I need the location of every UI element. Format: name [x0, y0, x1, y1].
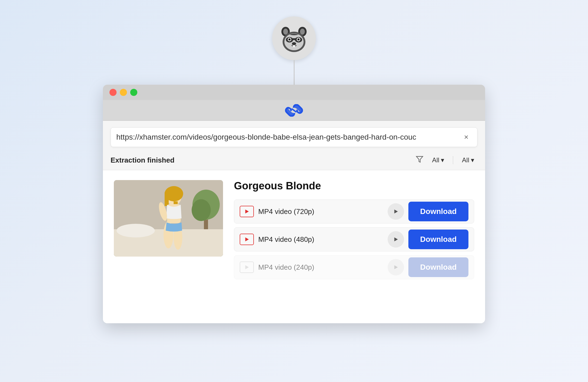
url-input[interactable]: https://xhamster.com/videos/gorgeous-blo…: [116, 133, 461, 142]
video-title: Gorgeous Blonde: [234, 180, 474, 192]
format-icon-720p: [240, 206, 254, 217]
main-window: https://xhamster.com/videos/gorgeous-blo…: [103, 85, 485, 323]
results-area: Gorgeous Blonde MP4 video (720p): [103, 170, 485, 323]
connector-line: [294, 60, 295, 85]
download-button-720p[interactable]: Download: [408, 202, 468, 221]
format-label-720p: MP4 video (720p): [258, 207, 383, 216]
window-content: https://xhamster.com/videos/gorgeous-blo…: [103, 121, 485, 323]
download-button-480p[interactable]: Download: [408, 230, 468, 249]
svg-marker-17: [416, 156, 423, 162]
svg-point-13: [292, 42, 296, 45]
window-titlebar: [103, 85, 485, 100]
download-row-240p: MP4 video (240p) Download: [234, 255, 474, 279]
format-label-480p: MP4 video (480p): [258, 235, 383, 244]
thumbnail-figure: [114, 180, 223, 257]
clear-url-button[interactable]: ×: [461, 132, 472, 143]
svg-point-20: [117, 224, 155, 237]
close-button[interactable]: [109, 89, 117, 96]
raccoon-icon: [279, 23, 309, 53]
svg-marker-35: [394, 237, 398, 242]
svg-marker-33: [394, 210, 398, 214]
svg-point-12: [298, 39, 300, 41]
traffic-lights: [109, 89, 137, 96]
minimize-button[interactable]: [120, 89, 127, 96]
filter-dropdown-1[interactable]: All ▾: [429, 155, 448, 166]
svg-rect-8: [292, 38, 296, 40]
filter-icon[interactable]: [416, 155, 423, 165]
svg-marker-37: [394, 265, 398, 269]
chain-link-icon: [284, 104, 304, 117]
url-bar-row: https://xhamster.com/videos/gorgeous-blo…: [103, 121, 485, 151]
svg-rect-26: [165, 192, 169, 206]
extraction-bar: Extraction finished All ▾ All ▾: [103, 151, 485, 170]
video-info: Gorgeous Blonde MP4 video (720p): [234, 180, 474, 313]
format-label-240p: MP4 video (240p): [258, 263, 383, 272]
extraction-status: Extraction finished: [111, 156, 410, 164]
svg-point-11: [289, 39, 291, 41]
download-button-240p[interactable]: Download: [408, 257, 468, 277]
preview-button-720p[interactable]: [388, 203, 404, 220]
format-icon-240p: [240, 261, 254, 273]
url-bar[interactable]: https://xhamster.com/videos/gorgeous-blo…: [111, 127, 477, 147]
filter-dropdown-2[interactable]: All ▾: [459, 155, 477, 166]
svg-marker-36: [245, 265, 249, 269]
maximize-button[interactable]: [130, 89, 137, 96]
svg-marker-32: [245, 210, 249, 214]
video-thumbnail: [114, 180, 223, 257]
svg-line-16: [292, 109, 296, 112]
download-list: MP4 video (720p) Download: [234, 199, 474, 313]
download-row-480p: MP4 video (480p) Download: [234, 227, 474, 251]
window-toolbar: [103, 100, 485, 121]
filter-separator: [453, 156, 453, 164]
app-icon-wrapper: [272, 16, 316, 85]
preview-button-240p[interactable]: [388, 259, 404, 275]
svg-point-23: [192, 199, 211, 221]
preview-button-480p[interactable]: [388, 231, 404, 248]
format-icon-480p: [240, 234, 254, 245]
app-icon: [272, 16, 316, 60]
download-row-720p: MP4 video (720p) Download: [234, 199, 474, 224]
svg-marker-34: [245, 237, 249, 242]
